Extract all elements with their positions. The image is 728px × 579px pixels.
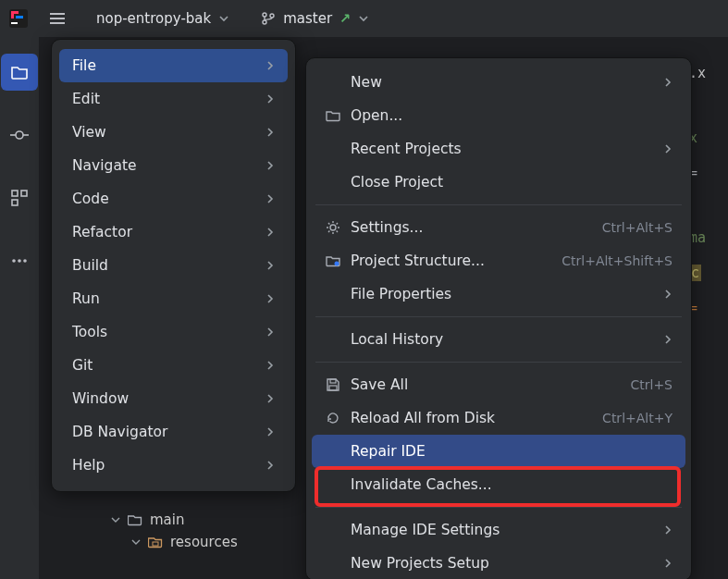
chevron-down-icon	[358, 13, 369, 24]
tree-item-resources[interactable]: resources	[111, 531, 238, 553]
menu-label: Settings...	[351, 219, 602, 236]
menu-label: View	[72, 124, 265, 141]
main-menu-item-run[interactable]: Run	[59, 282, 288, 315]
chevron-right-icon	[265, 228, 275, 237]
more-tool-button[interactable]	[1, 242, 38, 279]
chevron-right-icon	[265, 327, 275, 337]
main-menu-item-code[interactable]: Code	[59, 182, 288, 216]
svg-rect-16	[12, 200, 18, 205]
folder-icon	[325, 107, 351, 124]
main-menu-item-window[interactable]: Window	[59, 382, 288, 415]
svg-point-22	[335, 262, 339, 266]
chevron-right-icon	[265, 427, 275, 437]
svg-rect-5	[50, 13, 65, 15]
main-menu-item-build[interactable]: Build	[59, 249, 288, 282]
file-menu-item-project-structure[interactable]: Project Structure...Ctrl+Alt+Shift+S	[312, 244, 685, 277]
menu-label: File Properties	[351, 286, 663, 302]
file-menu-item-file-properties[interactable]: File Properties	[312, 277, 685, 311]
chevron-right-icon	[265, 161, 275, 170]
menu-label: Refactor	[72, 224, 265, 240]
save-icon	[325, 376, 351, 393]
file-menu-item-close-project[interactable]: Close Project	[312, 166, 685, 199]
menu-label: File	[72, 57, 265, 74]
main-menu-item-tools[interactable]: Tools	[59, 315, 288, 349]
file-menu-item-invalidate-caches[interactable]: Invalidate Caches...	[312, 468, 685, 501]
svg-rect-15	[21, 191, 27, 196]
menu-label: Save All	[351, 376, 630, 393]
menu-label: Repair IDE	[351, 443, 672, 460]
intellij-icon	[7, 7, 30, 30]
menu-label: Recent Projects	[351, 141, 663, 157]
file-menu-item-recent-projects[interactable]: Recent Projects	[312, 132, 685, 166]
main-menu-item-git[interactable]: Git	[59, 349, 288, 382]
menu-shortcut: Ctrl+Alt+Y	[602, 411, 672, 425]
svg-point-11	[16, 131, 23, 139]
svg-rect-24	[329, 386, 337, 390]
chevron-right-icon	[663, 144, 672, 154]
file-menu-item-save-all[interactable]: Save AllCtrl+S	[312, 368, 685, 401]
main-menu-item-help[interactable]: Help	[59, 449, 288, 482]
svg-rect-3	[16, 16, 23, 18]
svg-rect-14	[12, 191, 18, 196]
menu-label: Edit	[72, 91, 265, 107]
svg-rect-20	[153, 542, 158, 546]
main-menu-item-edit[interactable]: Edit	[59, 82, 288, 116]
file-menu-item-local-history[interactable]: Local History	[312, 323, 685, 356]
file-menu-item-settings[interactable]: Settings...Ctrl+Alt+S	[312, 211, 685, 244]
menu-label: Open...	[351, 107, 672, 124]
chevron-right-icon	[663, 78, 672, 87]
menu-shortcut: Ctrl+Alt+S	[602, 220, 672, 235]
file-submenu-popup: NewOpen...Recent ProjectsClose ProjectSe…	[305, 57, 692, 579]
tree-item-main[interactable]: main	[111, 509, 238, 531]
svg-point-8	[263, 13, 266, 17]
gear-icon	[325, 219, 351, 236]
struct-icon	[325, 253, 351, 269]
project-tool-button[interactable]	[1, 54, 38, 91]
menu-separator	[315, 362, 682, 363]
menu-label: Git	[72, 357, 265, 374]
chevron-right-icon	[265, 394, 275, 403]
file-menu-item-new-projects-setup[interactable]: New Projects Setup	[312, 547, 685, 579]
file-menu-item-reload-all-from-disk[interactable]: Reload All from DiskCtrl+Alt+Y	[312, 401, 685, 435]
main-menu-item-db-navigator[interactable]: DB Navigator	[59, 415, 288, 449]
menu-label: Invalidate Caches...	[351, 476, 672, 493]
menu-label: Navigate	[72, 157, 265, 174]
svg-point-21	[330, 225, 336, 230]
main-menu-item-refactor[interactable]: Refactor	[59, 216, 288, 249]
chevron-right-icon	[265, 194, 275, 203]
hamburger-menu-button[interactable]	[39, 0, 76, 37]
svg-point-18	[18, 259, 21, 263]
branch-icon	[261, 11, 276, 26]
file-menu-item-manage-ide-settings[interactable]: Manage IDE Settings	[312, 513, 685, 547]
main-menu-popup: FileEditViewNavigateCodeRefactorBuildRun…	[51, 39, 296, 492]
commit-tool-button[interactable]	[1, 117, 38, 154]
push-indicator-icon: ↗	[339, 11, 351, 26]
chevron-down-icon	[131, 537, 141, 547]
menu-separator	[315, 316, 682, 317]
menu-label: Run	[72, 290, 265, 307]
file-menu-item-new[interactable]: New	[312, 66, 685, 99]
menu-label: Close Project	[351, 174, 672, 191]
structure-tool-button[interactable]	[1, 179, 38, 216]
menu-label: Code	[72, 191, 265, 207]
svg-point-19	[23, 259, 27, 263]
menu-label: Reload All from Disk	[351, 410, 602, 426]
svg-point-17	[12, 259, 16, 263]
project-selector[interactable]: nop-entropy-bak	[85, 0, 241, 37]
menu-separator	[315, 507, 682, 508]
main-menu-item-navigate[interactable]: Navigate	[59, 149, 288, 182]
main-menu-item-view[interactable]: View	[59, 116, 288, 149]
chevron-right-icon	[265, 128, 275, 137]
svg-rect-2	[11, 11, 14, 18]
menu-label: New	[351, 74, 663, 91]
tree-label: main	[150, 511, 184, 528]
chevron-right-icon	[663, 559, 672, 568]
chevron-right-icon	[265, 94, 275, 104]
chevron-down-icon	[218, 13, 229, 24]
project-name: nop-entropy-bak	[96, 10, 211, 27]
branch-selector[interactable]: master ↗	[250, 0, 380, 37]
file-menu-item-open[interactable]: Open...	[312, 99, 685, 132]
file-menu-item-repair-ide[interactable]: Repair IDE	[312, 435, 685, 468]
main-menu-item-file[interactable]: File	[59, 49, 288, 82]
chevron-right-icon	[265, 61, 275, 70]
